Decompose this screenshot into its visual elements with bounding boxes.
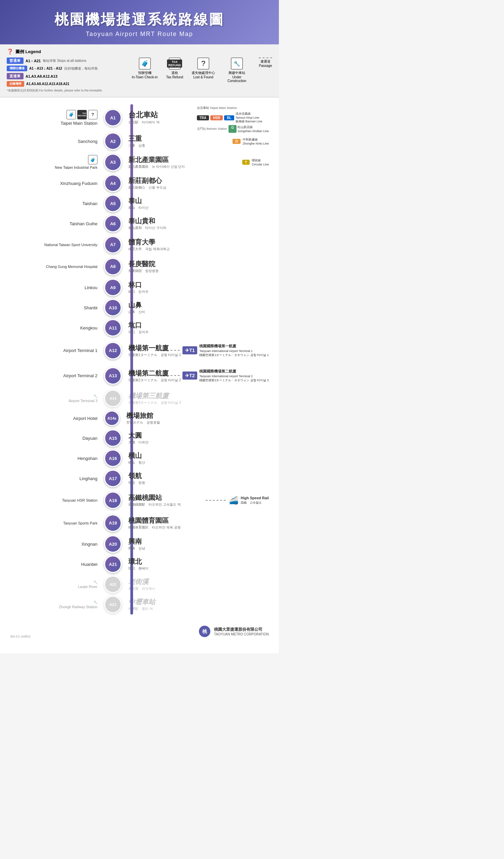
station-row-a4: Xinzhuang Fuduxin A4 新莊副都心 新莊副都心 신좡 부도심 bbox=[10, 173, 269, 193]
station-a14-bubble: A14 bbox=[104, 390, 122, 407]
station-row-a5: Taishan A5 泰山 泰山 타이산 bbox=[10, 193, 269, 213]
station-a10-bubble: A10 bbox=[104, 299, 122, 316]
station-a3-bubble: A3 bbox=[104, 154, 122, 171]
legend-right: 🧳 預辦登機In-Town Check-in TAXREFUND 退稅Tax R… bbox=[132, 58, 272, 83]
legend-checkin: 🧳 預辦登機In-Town Check-in bbox=[132, 58, 157, 83]
station-a11-bubble: A11 bbox=[104, 319, 122, 336]
station-a7-bubble: A7 bbox=[104, 236, 122, 254]
station-row-a7: National Taiwan Sport University A7 體育大學… bbox=[10, 233, 269, 256]
station-row-a14a: Airport Hotel A14a 機場旅館 空港ホテル 공항호텔 bbox=[10, 408, 269, 428]
station-row-a3: 🧳 New Taipei Industrial Park A3 新北產業園區 新… bbox=[10, 151, 269, 173]
legend-passage: 連通道Passage bbox=[259, 58, 272, 83]
station-a3-cn: 新北產業園區 新北產業園區 뉴 타이베이 산업 단지 bbox=[122, 156, 269, 169]
station-a12-bubble: A12 bbox=[104, 342, 122, 359]
legend-note: *各服務班次詳見時刻表 For further details, please … bbox=[7, 88, 122, 93]
station-a10-en: Shanbi bbox=[10, 305, 104, 310]
station-a16-en: Hengshan bbox=[10, 456, 104, 461]
legend-section: ❓ 圖例 Legend 普通車 A1↔A21 每站停靠 Stops at all… bbox=[0, 44, 279, 97]
legend-tax: TAXREFUND 退稅Tax Refund bbox=[166, 58, 183, 83]
station-a22-en: 🔧 Laojie River bbox=[10, 580, 104, 589]
map-area: 🧳 TAXREFUND ? Taipei Main Station A1 台北車… bbox=[0, 97, 279, 621]
station-row-a23: 🔧 Zhongli Railway Station A23 中壢車站 中壢駅 쭝… bbox=[10, 594, 269, 615]
station-row-a10: Shanbi A10 山鼻 山鼻 산비 bbox=[10, 298, 269, 318]
station-row-a1: 🧳 TAXREFUND ? Taipei Main Station A1 台北車… bbox=[10, 104, 269, 131]
station-a4-bubble: A4 bbox=[104, 175, 122, 192]
station-row-a6: Taishan Guihe A6 泰山貴和 泰山貴和 타이산 구이허 bbox=[10, 213, 269, 233]
tax-icon-a1: TAXREFUND bbox=[77, 110, 87, 119]
station-a5-en: Taishan bbox=[10, 201, 104, 206]
station-row-a17: Linghang A17 領航 領航 링항 bbox=[10, 468, 269, 488]
station-row-a2: Sanchong A2 三重 三重 삼충 O 中和新蘆線Zhonghe-Xinl… bbox=[10, 131, 269, 151]
station-a4-en: Xinzhuang Fuduxin bbox=[10, 181, 104, 186]
station-a19-en: Taoyuan Sports Park bbox=[10, 521, 104, 525]
station-a11-en: Kengkou bbox=[10, 326, 104, 331]
legend-title: ❓ 圖例 Legend bbox=[7, 48, 272, 55]
legend-left: 普通車 A1↔A21 每站停靠 Stops at all stations 增開… bbox=[7, 58, 122, 93]
station-a8-bubble: A8 bbox=[104, 258, 122, 275]
station-a18-bubble: A18 bbox=[104, 492, 122, 509]
station-row-a15: Dayuan A15 大圓 大圓 다위안 bbox=[10, 428, 269, 448]
station-a7-en: National Taiwan Sport University bbox=[10, 243, 104, 247]
station-a22-bubble: A22 bbox=[104, 576, 122, 593]
station-row-a8: Chang Gung Memorial Hospital A8 長庚醫院 長庚病… bbox=[10, 256, 269, 277]
station-a13-en: Airport Terminal 2 bbox=[10, 373, 104, 378]
station-a8-en: Chang Gung Memorial Hospital bbox=[10, 265, 104, 269]
footer: J01-C1 v10812 桃 桃園大眾捷運股份有限公司 TAOYUAN MET… bbox=[0, 621, 279, 640]
station-row-a18: Taoyuan HSR Station A18 高鐵桃園站 高鐵桃園駅 타오위안… bbox=[10, 488, 269, 512]
station-a20-bubble: A20 bbox=[104, 535, 122, 553]
station-a18-en: Taoyuan HSR Station bbox=[10, 498, 104, 502]
page: 桃園機場捷運系統路線圖 Taoyuan Airport MRT Route Ma… bbox=[0, 0, 279, 653]
station-row-a14: 🔧 Airport Terminal 3 A14 機場第三航廈 空港第3ターミナ… bbox=[10, 388, 269, 408]
legend-extended: 尖峰增停 A1.A3.A8.A12.A13.A18.A21 bbox=[7, 81, 122, 87]
checkin-icon-a1: 🧳 bbox=[66, 110, 76, 119]
station-a23-en: 🔧 Zhongli Railway Station bbox=[10, 601, 104, 609]
legend-commuter: 普通車 A1↔A21 每站停靠 Stops at all stations bbox=[7, 58, 122, 64]
station-a9-en: Linkou bbox=[10, 285, 104, 290]
station-row-a9: Linkou A9 林口 林口 린커우 bbox=[10, 277, 269, 298]
station-row-a19: Taoyuan Sports Park A19 桃園體育園區 桃園体育園区 타오… bbox=[10, 512, 269, 534]
stations-wrapper: 🧳 TAXREFUND ? Taipei Main Station A1 台北車… bbox=[10, 104, 269, 615]
legend-lost-found: ? 遺失物處理中心Lost & Found bbox=[192, 58, 215, 83]
station-a23-bubble: A23 bbox=[104, 596, 122, 613]
station-a21-bubble: A21 bbox=[104, 555, 122, 573]
lostfound-icon-a1: ? bbox=[88, 110, 97, 119]
legend-icon: ❓ bbox=[7, 48, 13, 55]
station-a2-bubble: A2 bbox=[104, 133, 122, 150]
station-a5-bubble: A5 bbox=[104, 195, 122, 212]
title-chinese: 桃園機場捷運系統路線圖 bbox=[7, 10, 272, 29]
svg-text:桃: 桃 bbox=[202, 629, 207, 634]
station-row-a11: Kengkou A11 坑口 坑口 겅커우 bbox=[10, 318, 269, 338]
title-english: Taoyuan Airport MRT Route Map bbox=[7, 31, 272, 37]
station-row-a22: 🔧 Laojie River A22 老街溪 老街溪 라오제시 bbox=[10, 574, 269, 594]
station-row-a16: Hengshan A16 橫山 橫山 헝산 bbox=[10, 448, 269, 468]
station-a19-bubble: A19 bbox=[104, 514, 122, 532]
station-a14a-en: Airport Hotel bbox=[10, 416, 104, 421]
footer-logo: 桃 桃園大眾捷運股份有限公司 TAOYUAN METRO CORPORATION bbox=[198, 625, 269, 638]
station-a15-en: Dayuan bbox=[10, 436, 104, 441]
station-a2-cn: 三重 三重 삼충 bbox=[122, 135, 269, 148]
station-a20-en: Xingnan bbox=[10, 542, 104, 547]
station-a6-en: Taishan Guihe bbox=[10, 221, 104, 226]
station-a6-bubble: A6 bbox=[104, 215, 122, 232]
station-a14-en: 🔧 Airport Terminal 3 bbox=[10, 394, 104, 403]
station-a12-en: Airport Terminal 1 bbox=[10, 348, 104, 353]
legend-airport-commuter: 增開往機場 A1→A13；A21→A12 目的地機場，每站停靠 bbox=[7, 65, 122, 71]
station-a1-cn-area: 台北車站 台北駅 타이베이 역 bbox=[122, 110, 269, 125]
station-a15-bubble: A15 bbox=[104, 430, 122, 447]
station-a17-en: Linghang bbox=[10, 476, 104, 481]
taoyuan-metro-logo: 桃 bbox=[198, 625, 211, 638]
station-a17-bubble: A17 bbox=[104, 470, 122, 487]
station-row-a20: Xingnan A20 興南 興南 싱남 bbox=[10, 534, 269, 554]
station-a2-en: Sanchong bbox=[10, 139, 104, 144]
station-a16-bubble: A16 bbox=[104, 450, 122, 467]
station-a3-en: 🧳 New Taipei Industrial Park bbox=[10, 155, 104, 169]
header: 桃園機場捷運系統路線圖 Taoyuan Airport MRT Route Ma… bbox=[0, 0, 279, 44]
station-row-a21: Huanbei A21 環北 環北 환베이 bbox=[10, 554, 269, 574]
checkin-icon-a3: 🧳 bbox=[88, 155, 97, 164]
legend-construction: 🔧 興建中車站Under Construction bbox=[224, 58, 250, 83]
station-row-a13: Airport Terminal 2 A13 機場第二航廈 空港第2ターミナル … bbox=[10, 363, 269, 388]
station-row-a12: Airport Terminal 1 A12 機場第一航廈 空港第1ターミナル … bbox=[10, 338, 269, 363]
station-a9-bubble: A9 bbox=[104, 279, 122, 296]
footer-version: J01-C1 v10812 bbox=[10, 635, 31, 638]
station-a1-en: 🧳 TAXREFUND ? Taipei Main Station bbox=[10, 110, 104, 126]
